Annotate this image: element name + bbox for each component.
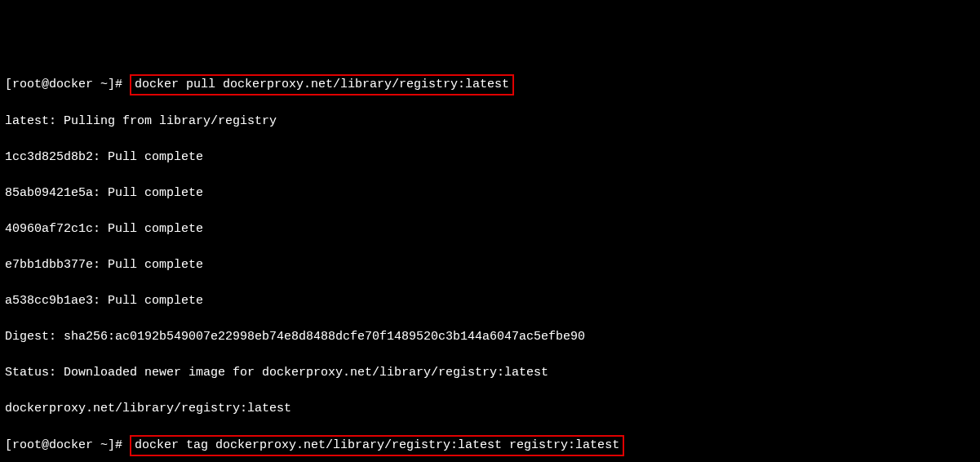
highlighted-command-tag: docker tag dockerproxy.net/library/regis…	[130, 435, 624, 456]
prompt-line-2: [root@docker ~]# docker tag dockerproxy.…	[5, 436, 975, 455]
output-line: Digest: sha256:ac0192b549007e22998eb74e8…	[5, 328, 975, 346]
shell-prompt: [root@docker ~]#	[5, 78, 130, 91]
output-line: Status: Downloaded newer image for docke…	[5, 364, 975, 382]
output-line: latest: Pulling from library/registry	[5, 113, 975, 131]
prompt-line-1: [root@docker ~]# docker pull dockerproxy…	[5, 75, 975, 95]
output-line: 1cc3d825d8b2: Pull complete	[5, 149, 975, 167]
output-line: dockerproxy.net/library/registry:latest	[5, 400, 975, 418]
output-line: e7bb1dbb377e: Pull complete	[5, 256, 975, 274]
output-line: 85ab09421e5a: Pull complete	[5, 184, 975, 202]
output-line: 40960af72c1c: Pull complete	[5, 220, 975, 238]
highlighted-command-pull: docker pull dockerproxy.net/library/regi…	[130, 74, 514, 96]
output-line: a538cc9b1ae3: Pull complete	[5, 292, 975, 310]
shell-prompt: [root@docker ~]#	[5, 438, 130, 452]
